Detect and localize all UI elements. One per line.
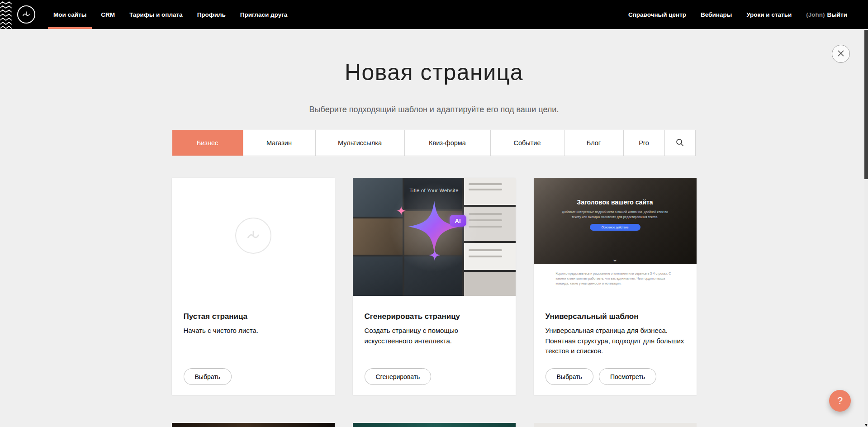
nav-pricing[interactable]: Тарифы и оплата [122,0,190,29]
card-description: Создать страницу с помощью искусственног… [365,326,504,346]
tab-multilink[interactable]: Мультиссылка [316,130,405,156]
select-universal-button[interactable]: Выбрать [545,368,593,385]
blank-preview [172,178,335,296]
logout-label: Выйти [827,11,848,18]
help-button[interactable]: ? [829,390,851,412]
template-card-blank: Пустая страница Начать с чистого листа. … [172,178,335,395]
generate-button[interactable]: Сгенерировать [365,368,432,385]
tab-quiz-form[interactable]: Квиз-форма [405,130,491,156]
card-description: Начать с чистого листа. [184,326,323,336]
nav-invite-friend[interactable]: Пригласи друга [233,0,294,29]
nav-logout[interactable]: (John) Выйти [806,0,847,29]
page-subtitle: Выберите подходящий шаблон и адаптируйте… [172,105,697,114]
template-card-universal: Заголовок вашего сайта Добавьте интересн… [534,178,697,395]
nav-lessons[interactable]: Уроки и статьи [746,0,792,29]
card-title: Универсальный шаблон [545,312,685,321]
tab-event[interactable]: Событие [491,130,564,156]
tab-blog[interactable]: Блог [564,130,624,156]
nav-webinars[interactable]: Вебинары [701,0,732,29]
preview-hero-button: Основное действие [590,224,640,231]
preview-body-text: Коротко представьтесь и расскажите о ком… [556,271,674,286]
template-category-tabs: Бизнес Магазин Мультиссылка Квиз-форма С… [172,130,696,156]
tilda-watermark-icon [235,218,271,254]
preview-hero-title: Заголовок вашего сайта [534,178,697,206]
universal-preview: Заголовок вашего сайта Добавьте интересн… [534,178,697,296]
card-title: Сгенерировать страницу [365,312,504,321]
select-blank-button[interactable]: Выбрать [184,368,232,385]
tab-store[interactable]: Магазин [243,130,316,156]
zigzag-pattern [0,0,12,29]
preview-hero-text: Добавьте интересные подробности о вашей … [559,209,672,219]
tab-business[interactable]: Бизнес [172,130,243,156]
tab-pro[interactable]: Pro [624,130,665,156]
ai-badge: AI [450,215,466,227]
preview-caption: Title of Your Website [353,188,516,193]
scrollbar[interactable] [864,29,868,427]
top-navigation: Мои сайты CRM Тарифы и оплата Профиль Пр… [0,0,868,29]
template-grid-row-1: Пустая страница Начать с чистого листа. … [172,178,697,395]
search-icon [676,138,684,148]
close-button[interactable] [832,45,850,63]
card-title: Пустая страница [184,312,323,321]
sparkle-star-icon [407,199,461,254]
scrollbar-thumb[interactable] [864,30,868,179]
page-title: Новая страница [172,59,697,86]
template-card-partial[interactable] [172,423,335,427]
tilda-logo[interactable] [17,5,35,24]
sparkle-star-small-icon [396,206,406,216]
preview-universal-button[interactable]: Посмотреть [599,368,656,385]
primary-nav: Мои сайты CRM Тарифы и оплата Профиль Пр… [46,0,294,29]
nav-profile[interactable]: Профиль [190,0,233,29]
preview-body: Коротко представьтесь и расскажите о ком… [534,271,697,296]
ai-preview: Title of Your Website AI [353,178,516,296]
card-description: Универсальная страница для бизнеса. Поня… [545,326,685,356]
template-card-ai: Title of Your Website AI [353,178,516,395]
template-grid-row-2 [172,423,697,427]
close-icon [837,50,844,58]
search-tab[interactable] [665,130,695,156]
chevron-down-icon: ⌄ [534,256,697,262]
secondary-nav: Справочный центр Вебинары Уроки и статьи… [628,0,847,29]
nav-help-center[interactable]: Справочный центр [628,0,686,29]
nav-crm[interactable]: CRM [94,0,122,29]
preview-hero: Заголовок вашего сайта Добавьте интересн… [534,178,697,264]
sparkle-star-small-icon [429,249,441,261]
new-page-dialog: Новая страница Выберите подходящий шабло… [172,59,697,427]
user-name: (John) [806,11,825,18]
template-card-partial[interactable] [353,423,516,427]
template-card-partial[interactable] [534,423,697,427]
nav-my-sites[interactable]: Мои сайты [46,0,94,29]
scrollbar-down-arrow[interactable] [865,424,868,427]
